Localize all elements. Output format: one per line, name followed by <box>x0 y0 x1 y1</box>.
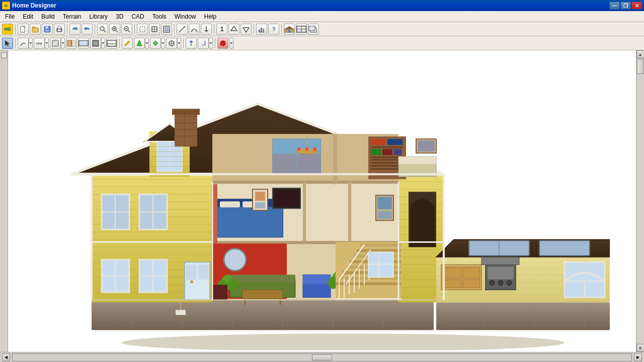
svg-rect-18 <box>140 27 145 32</box>
svg-point-68 <box>220 41 225 46</box>
counter-1[interactable]: 1 <box>216 24 227 35</box>
svg-rect-8 <box>58 30 61 31</box>
record-button[interactable] <box>217 38 228 49</box>
svg-rect-258 <box>488 266 514 279</box>
undo-button[interactable] <box>69 24 80 35</box>
menu-edit[interactable]: Edit <box>19 12 37 21</box>
horizontal-scroll-track[interactable] <box>12 353 632 361</box>
rotate-dropdown[interactable]: ▼ <box>209 38 213 49</box>
color-fill-dropdown[interactable]: ▼ <box>145 38 149 49</box>
svg-rect-221 <box>360 243 401 246</box>
edit-tool-button[interactable] <box>122 38 133 49</box>
print-button[interactable] <box>54 24 65 35</box>
svg-point-177 <box>313 147 316 151</box>
color-fill-button[interactable] <box>134 38 145 49</box>
titlebar: H Home Designer — ❐ ✕ <box>0 0 644 11</box>
open-button[interactable] <box>30 24 41 35</box>
scroll-left-button[interactable]: ◀ <box>2 353 10 361</box>
transform-button[interactable] <box>166 38 177 49</box>
search-button[interactable] <box>97 24 108 35</box>
svg-line-48 <box>53 41 58 46</box>
up-arrow-button[interactable] <box>186 38 197 49</box>
svg-point-260 <box>498 280 503 285</box>
3d-view-button[interactable] <box>308 24 319 35</box>
left-panel-button[interactable] <box>1 52 7 58</box>
svg-rect-196 <box>230 275 295 282</box>
svg-rect-212 <box>212 285 227 300</box>
svg-rect-270 <box>198 264 208 280</box>
menu-window[interactable]: Window <box>171 12 200 21</box>
save-button[interactable] <box>42 24 53 35</box>
svg-rect-53 <box>72 40 75 46</box>
separator-1 <box>15 24 16 34</box>
roof-up-button[interactable] <box>228 24 239 35</box>
menu-tools[interactable]: Tools <box>148 12 171 21</box>
rotate-button[interactable] <box>198 38 209 49</box>
fixture-dropdown[interactable]: ▼ <box>101 38 105 49</box>
help-button[interactable]: ? <box>268 24 279 35</box>
fit-page-button[interactable] <box>161 24 172 35</box>
svg-rect-4 <box>45 26 48 29</box>
vertical-scrollbar: ▲ ▼ <box>636 50 644 352</box>
svg-rect-121 <box>333 134 337 184</box>
menu-terrain[interactable]: Terrain <box>59 12 86 21</box>
minimize-button[interactable]: — <box>609 2 620 10</box>
elevation-button[interactable] <box>106 38 117 49</box>
polyline-dropdown[interactable]: ▼ <box>29 38 33 49</box>
arrow-down-tool[interactable] <box>201 24 212 35</box>
pattern-dropdown[interactable]: ▼ <box>161 38 165 49</box>
scroll-track[interactable] <box>636 58 644 344</box>
menu-cad[interactable]: CAD <box>127 12 148 21</box>
redo-button[interactable] <box>82 24 93 35</box>
app-menu-button[interactable]: HD <box>2 24 13 35</box>
line-style-button[interactable] <box>34 38 45 49</box>
svg-rect-171 <box>371 168 403 169</box>
fixture-button[interactable] <box>90 38 101 49</box>
menu-library[interactable]: Library <box>85 12 112 21</box>
full-extent-button[interactable] <box>149 24 160 35</box>
scroll-right-button[interactable]: ▶ <box>634 353 642 361</box>
select-arrow-button[interactable] <box>2 38 13 49</box>
draw-tool-1[interactable] <box>177 24 188 35</box>
menu-file[interactable]: File <box>1 12 19 21</box>
line-style-dropdown[interactable]: ▼ <box>45 38 49 49</box>
menu-help[interactable]: Help <box>200 12 220 21</box>
svg-rect-255 <box>444 280 461 288</box>
restore-button[interactable]: ❐ <box>620 2 631 10</box>
svg-line-10 <box>104 30 106 32</box>
zoom-out-button[interactable] <box>121 24 132 35</box>
window-symbol-button[interactable] <box>78 38 89 49</box>
record-dropdown[interactable]: ▼ <box>229 38 233 49</box>
roof-down-button[interactable] <box>240 24 252 35</box>
pattern-button[interactable] <box>150 38 161 49</box>
menu-build[interactable]: Build <box>37 12 59 21</box>
scroll-up-button[interactable]: ▲ <box>636 50 645 58</box>
library-button[interactable] <box>256 24 267 35</box>
door-symbol-button[interactable] <box>66 38 77 49</box>
hatch-button[interactable] <box>50 38 61 49</box>
horizontal-scroll-thumb[interactable] <box>312 354 332 360</box>
draw-tool-2[interactable] <box>189 24 200 35</box>
exterior-view-button[interactable] <box>284 24 295 35</box>
select-box-button[interactable] <box>137 24 148 35</box>
svg-rect-31 <box>261 28 262 32</box>
transform-dropdown[interactable]: ▼ <box>177 38 181 49</box>
menu-3d[interactable]: 3D <box>112 12 127 21</box>
polyline-button[interactable] <box>18 38 29 49</box>
svg-rect-58 <box>107 40 116 46</box>
zoom-in-button[interactable] <box>109 24 120 35</box>
scroll-down-button[interactable]: ▼ <box>636 344 645 352</box>
svg-rect-256 <box>463 280 480 288</box>
svg-rect-199 <box>243 290 283 299</box>
hatch-dropdown[interactable]: ▼ <box>61 38 65 49</box>
separator-4 <box>134 24 135 34</box>
scroll-thumb[interactable] <box>637 59 644 74</box>
svg-rect-168 <box>371 159 403 160</box>
pattern-group: ▼ <box>150 38 165 49</box>
floor-plan-button[interactable] <box>296 24 307 35</box>
svg-rect-179 <box>398 156 436 164</box>
close-button[interactable]: ✕ <box>631 2 642 10</box>
svg-rect-161 <box>371 139 386 145</box>
new-button[interactable] <box>18 24 29 35</box>
rotate-group: ▼ <box>198 38 213 49</box>
